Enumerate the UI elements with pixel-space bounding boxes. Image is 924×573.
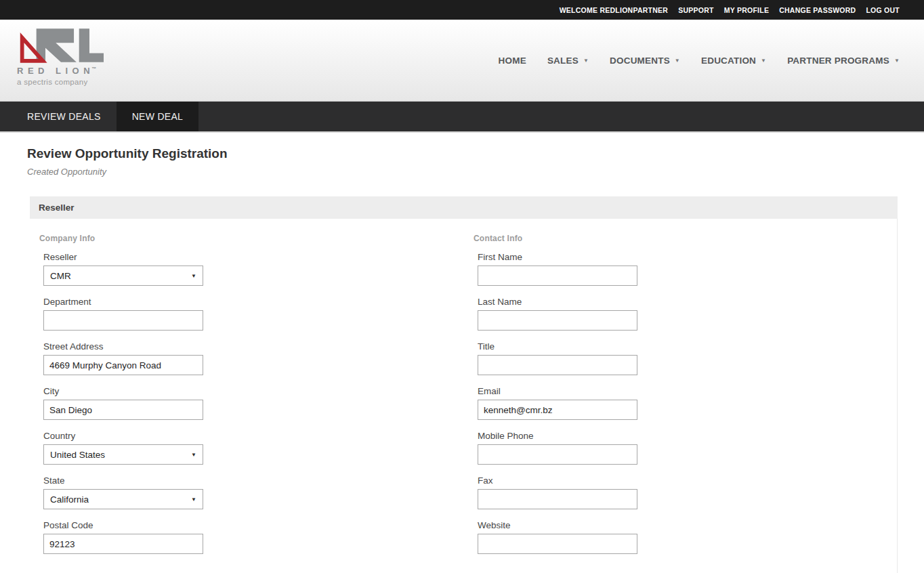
reseller-select-value: CMR	[50, 271, 71, 281]
brand-name: RED LION™	[17, 66, 104, 76]
mobile-phone-input[interactable]	[478, 444, 637, 465]
tab-review-deals[interactable]: REVIEW DEALS	[12, 102, 117, 131]
welcome-text: WELCOME REDLIONPARTNER	[560, 6, 668, 14]
reseller-form: Company Info ResellerCMR▼DepartmentStree…	[30, 219, 898, 573]
company-info-label: Company Info	[39, 234, 207, 243]
street-address-input[interactable]	[43, 355, 203, 375]
field-street-address: Street Address	[43, 341, 207, 375]
field-reseller: ResellerCMR▼	[43, 252, 207, 286]
nav-home[interactable]: HOME	[499, 56, 526, 66]
field-first-name: First Name	[478, 252, 642, 286]
contact-info-label: Contact Info	[474, 234, 642, 243]
fax-input[interactable]	[478, 489, 637, 509]
country-select-value: United States	[50, 450, 105, 460]
state-select-value: California	[50, 494, 89, 505]
field-email: Email	[478, 386, 642, 420]
state-label: State	[43, 475, 207, 486]
nav-partner-programs[interactable]: PARTNER PROGRAMS▼	[787, 56, 900, 66]
main-header: RED LION™ a spectris company HOME SALES▼…	[0, 20, 924, 102]
nav-education[interactable]: EDUCATION▼	[701, 56, 766, 66]
first-name-label: First Name	[478, 252, 642, 262]
brand-tagline: a spectris company	[17, 78, 104, 86]
chevron-down-icon: ▼	[583, 58, 589, 64]
field-postal-code: Postal Code	[43, 520, 207, 554]
support-link[interactable]: SUPPORT	[678, 6, 714, 14]
country-label: Country	[43, 431, 207, 441]
log-out-link[interactable]: LOG OUT	[866, 6, 900, 14]
last-name-input[interactable]	[478, 310, 637, 331]
chevron-down-icon: ▼	[191, 273, 196, 279]
tab-new-deal[interactable]: NEW DEAL	[117, 102, 199, 131]
field-last-name: Last Name	[478, 297, 642, 331]
department-input[interactable]	[43, 310, 203, 331]
mobile-phone-label: Mobile Phone	[478, 431, 642, 441]
email-label: Email	[478, 386, 642, 396]
chevron-down-icon: ▼	[761, 58, 766, 64]
field-title: Title	[478, 341, 642, 375]
reseller-label: Reseller	[43, 252, 207, 262]
chevron-down-icon: ▼	[191, 452, 196, 458]
page-head: Review Opportunity Registration Created …	[27, 146, 924, 177]
postal-code-label: Postal Code	[43, 520, 207, 530]
contact-info-column: Contact Info First NameLast NameTitleEma…	[478, 234, 642, 573]
field-department: Department	[43, 297, 207, 331]
nav-sales[interactable]: SALES▼	[547, 56, 589, 66]
chevron-down-icon: ▼	[894, 58, 900, 64]
city-input[interactable]	[43, 400, 203, 420]
deals-tabbar: REVIEW DEALS NEW DEAL	[0, 102, 924, 133]
field-website: Website	[478, 520, 642, 554]
title-input[interactable]	[478, 355, 637, 375]
postal-code-input[interactable]	[43, 534, 203, 554]
redlion-logo-icon	[17, 27, 104, 64]
fax-label: Fax	[478, 475, 642, 486]
redlion-logo[interactable]: RED LION™ a spectris company	[17, 27, 104, 86]
department-label: Department	[43, 297, 207, 307]
my-profile-link[interactable]: MY PROFILE	[724, 6, 769, 14]
field-fax: Fax	[478, 475, 642, 509]
chevron-down-icon: ▼	[675, 58, 680, 64]
utility-bar: WELCOME REDLIONPARTNER SUPPORT MY PROFIL…	[0, 0, 924, 20]
nav-documents[interactable]: DOCUMENTS▼	[610, 56, 680, 66]
first-name-input[interactable]	[478, 266, 637, 286]
field-country: CountryUnited States▼	[43, 431, 207, 465]
reseller-select[interactable]: CMR▼	[43, 266, 203, 286]
email-input[interactable]	[478, 400, 637, 420]
chevron-down-icon: ▼	[191, 496, 196, 503]
field-mobile-phone: Mobile Phone	[478, 431, 642, 465]
field-city: City	[43, 386, 207, 420]
city-label: City	[43, 386, 207, 396]
field-state: StateCalifornia▼	[43, 475, 207, 509]
page-subtitle: Created Opportunity	[27, 167, 924, 177]
country-select[interactable]: United States▼	[43, 444, 203, 465]
last-name-label: Last Name	[478, 297, 642, 307]
website-input[interactable]	[478, 534, 637, 554]
trademark-symbol: ™	[91, 66, 96, 71]
reseller-section-header: Reseller	[30, 196, 898, 219]
main-nav: HOME SALES▼ DOCUMENTS▼ EDUCATION▼ PARTNE…	[499, 20, 900, 101]
page-title: Review Opportunity Registration	[27, 146, 924, 161]
title-label: Title	[478, 341, 642, 352]
change-password-link[interactable]: CHANGE PASSWORD	[779, 6, 856, 14]
company-info-column: Company Info ResellerCMR▼DepartmentStree…	[43, 234, 207, 573]
state-select[interactable]: California▼	[43, 489, 203, 509]
website-label: Website	[478, 520, 642, 530]
street-address-label: Street Address	[43, 341, 207, 352]
reseller-panel: Reseller Company Info ResellerCMR▼Depart…	[30, 196, 898, 573]
